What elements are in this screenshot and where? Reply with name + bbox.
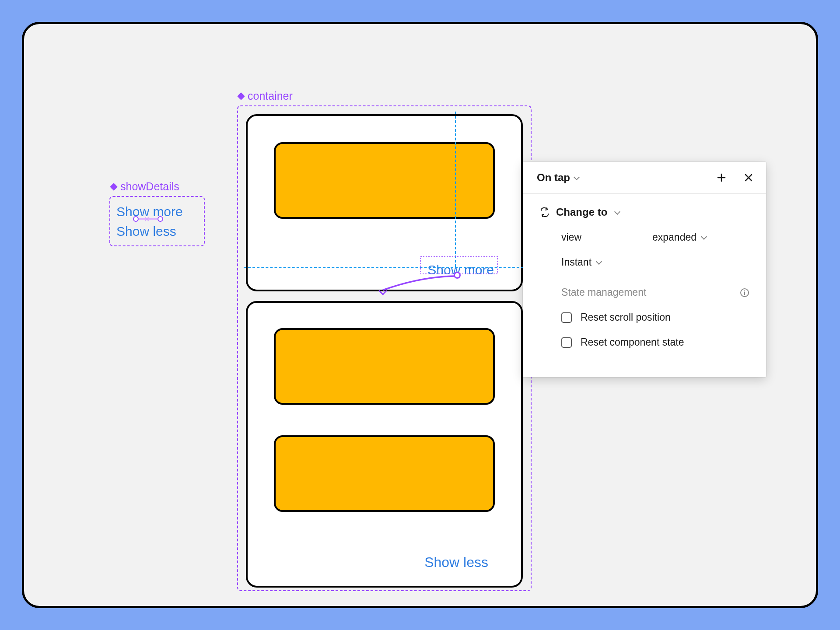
add-interaction-button[interactable] <box>715 172 728 184</box>
prototype-connection <box>378 273 462 294</box>
show-less-link[interactable]: Show less <box>424 554 488 570</box>
svg-point-2 <box>744 290 746 291</box>
component-label-container[interactable]: container <box>237 90 293 102</box>
alignment-guide-vertical <box>455 112 456 267</box>
content-block <box>274 435 495 512</box>
chevron-down-icon <box>701 234 707 240</box>
checkbox-label: Reset component state <box>581 336 684 348</box>
reset-component-checkbox-row[interactable]: Reset component state <box>539 336 749 348</box>
component-label-showdetails[interactable]: showDetails <box>110 180 179 193</box>
component-icon <box>237 92 245 100</box>
checkbox-label: Reset scroll position <box>581 312 671 323</box>
swap-icon <box>539 207 550 217</box>
property-value: expanded <box>652 231 696 243</box>
content-block <box>274 328 495 405</box>
variant-expanded[interactable]: Show less <box>246 301 523 588</box>
section-title: State management <box>561 287 646 298</box>
panel-header: On tap <box>523 162 766 194</box>
component-icon <box>110 183 118 191</box>
prototype-handle[interactable] <box>454 272 461 279</box>
content-block <box>274 142 495 219</box>
property-value-dropdown[interactable]: expanded <box>652 231 706 243</box>
panel-body: Change to view expanded Instant State ma… <box>523 194 766 377</box>
action-label: Change to <box>556 206 607 218</box>
info-icon[interactable] <box>740 288 749 298</box>
component-name: showDetails <box>120 180 179 193</box>
trigger-label: On tap <box>537 172 570 184</box>
svg-rect-0 <box>420 256 497 274</box>
plus-icon <box>716 172 727 183</box>
animation-row: Instant <box>539 256 749 268</box>
chevron-down-icon <box>596 259 602 265</box>
canvas-window: showDetails Show more Show less × contai… <box>22 22 818 608</box>
property-name: view <box>561 231 652 243</box>
close-icon <box>744 173 753 182</box>
svg-rect-3 <box>744 292 745 295</box>
reset-scroll-checkbox-row[interactable]: Reset scroll position <box>539 312 749 323</box>
chevron-down-icon <box>614 208 620 214</box>
animation-value: Instant <box>561 256 592 268</box>
component-container[interactable]: Show more Show less <box>237 105 532 591</box>
checkbox[interactable] <box>561 337 572 348</box>
interaction-panel: On tap Change to <box>523 162 766 377</box>
prototype-connector-nested: × <box>133 214 167 225</box>
animation-dropdown[interactable]: Instant <box>561 256 601 268</box>
close-panel-button[interactable] <box>742 172 755 184</box>
checkbox[interactable] <box>561 312 572 323</box>
selection-rectangle <box>420 256 498 274</box>
component-name: container <box>248 90 293 102</box>
state-management-header: State management <box>539 287 749 298</box>
variant-property-row: view expanded <box>539 231 749 243</box>
action-dropdown[interactable]: Change to <box>539 206 749 218</box>
trigger-dropdown[interactable]: On tap <box>537 172 579 184</box>
chevron-down-icon <box>574 174 580 180</box>
